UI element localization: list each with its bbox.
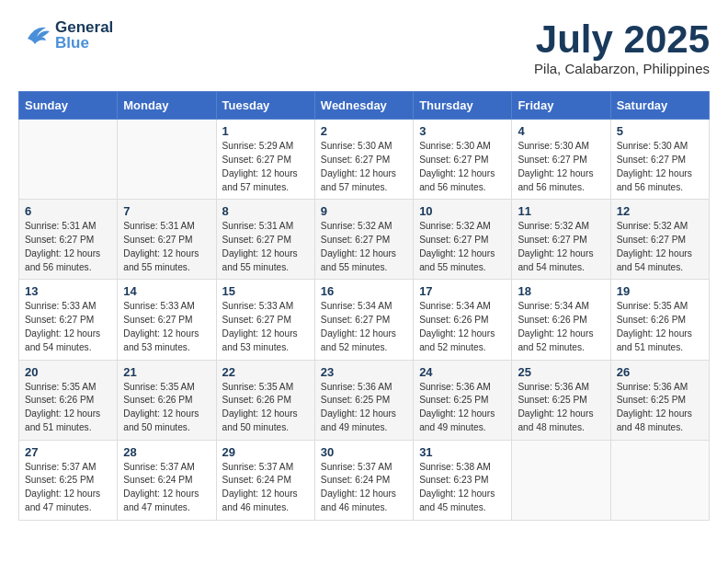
day-number: 20 bbox=[25, 365, 111, 379]
day-number: 13 bbox=[25, 284, 111, 298]
day-number: 19 bbox=[617, 284, 703, 298]
calendar-cell: 10Sunrise: 5:32 AM Sunset: 6:27 PM Dayli… bbox=[414, 200, 512, 280]
day-info: Sunrise: 5:35 AM Sunset: 6:26 PM Dayligh… bbox=[123, 381, 210, 435]
day-info: Sunrise: 5:33 AM Sunset: 6:27 PM Dayligh… bbox=[123, 300, 210, 354]
day-info: Sunrise: 5:30 AM Sunset: 6:27 PM Dayligh… bbox=[321, 140, 407, 194]
calendar-cell: 9Sunrise: 5:32 AM Sunset: 6:27 PM Daylig… bbox=[314, 200, 413, 280]
day-number: 4 bbox=[518, 124, 604, 138]
calendar-cell: 26Sunrise: 5:36 AM Sunset: 6:25 PM Dayli… bbox=[610, 360, 709, 440]
day-info: Sunrise: 5:33 AM Sunset: 6:27 PM Dayligh… bbox=[222, 300, 309, 354]
day-number: 26 bbox=[617, 365, 703, 379]
day-info: Sunrise: 5:38 AM Sunset: 6:23 PM Dayligh… bbox=[419, 461, 506, 515]
day-number: 18 bbox=[518, 284, 604, 298]
day-info: Sunrise: 5:33 AM Sunset: 6:27 PM Dayligh… bbox=[25, 300, 111, 354]
day-info: Sunrise: 5:34 AM Sunset: 6:26 PM Dayligh… bbox=[419, 300, 506, 354]
month-title: July 2025 bbox=[534, 18, 710, 61]
calendar-cell bbox=[118, 120, 216, 200]
page-header: General Blue July 2025 Pila, Calabarzon,… bbox=[18, 18, 710, 76]
day-number: 1 bbox=[222, 124, 309, 138]
day-info: Sunrise: 5:37 AM Sunset: 6:24 PM Dayligh… bbox=[321, 461, 407, 515]
day-number: 17 bbox=[419, 284, 506, 298]
day-number: 22 bbox=[222, 365, 309, 379]
calendar-cell: 4Sunrise: 5:30 AM Sunset: 6:27 PM Daylig… bbox=[512, 120, 610, 200]
day-info: Sunrise: 5:34 AM Sunset: 6:27 PM Dayligh… bbox=[321, 300, 407, 354]
calendar-cell: 5Sunrise: 5:30 AM Sunset: 6:27 PM Daylig… bbox=[610, 120, 709, 200]
weekday-header-sunday: Sunday bbox=[19, 92, 118, 120]
day-number: 5 bbox=[617, 124, 703, 138]
day-number: 10 bbox=[419, 204, 506, 218]
day-number: 28 bbox=[123, 445, 210, 459]
calendar-cell: 21Sunrise: 5:35 AM Sunset: 6:26 PM Dayli… bbox=[118, 360, 216, 440]
day-number: 23 bbox=[321, 365, 407, 379]
day-number: 21 bbox=[123, 365, 210, 379]
day-number: 9 bbox=[321, 204, 407, 218]
calendar-cell bbox=[610, 440, 709, 520]
calendar-cell: 20Sunrise: 5:35 AM Sunset: 6:26 PM Dayli… bbox=[19, 360, 118, 440]
day-info: Sunrise: 5:31 AM Sunset: 6:27 PM Dayligh… bbox=[222, 220, 309, 274]
day-info: Sunrise: 5:30 AM Sunset: 6:27 PM Dayligh… bbox=[518, 140, 604, 194]
day-info: Sunrise: 5:37 AM Sunset: 6:25 PM Dayligh… bbox=[25, 461, 111, 515]
day-number: 7 bbox=[123, 204, 210, 218]
calendar-cell: 29Sunrise: 5:37 AM Sunset: 6:24 PM Dayli… bbox=[216, 440, 314, 520]
calendar-cell: 6Sunrise: 5:31 AM Sunset: 6:27 PM Daylig… bbox=[19, 200, 118, 280]
calendar-cell: 31Sunrise: 5:38 AM Sunset: 6:23 PM Dayli… bbox=[414, 440, 512, 520]
day-number: 12 bbox=[617, 204, 703, 218]
day-number: 8 bbox=[222, 204, 309, 218]
day-info: Sunrise: 5:36 AM Sunset: 6:25 PM Dayligh… bbox=[419, 381, 506, 435]
day-info: Sunrise: 5:35 AM Sunset: 6:26 PM Dayligh… bbox=[222, 381, 309, 435]
calendar-cell: 2Sunrise: 5:30 AM Sunset: 6:27 PM Daylig… bbox=[314, 120, 413, 200]
week-row-2: 6Sunrise: 5:31 AM Sunset: 6:27 PM Daylig… bbox=[19, 200, 710, 280]
calendar-cell: 28Sunrise: 5:37 AM Sunset: 6:24 PM Dayli… bbox=[118, 440, 216, 520]
calendar-cell: 18Sunrise: 5:34 AM Sunset: 6:26 PM Dayli… bbox=[512, 280, 610, 360]
calendar-cell: 25Sunrise: 5:36 AM Sunset: 6:25 PM Dayli… bbox=[512, 360, 610, 440]
day-number: 3 bbox=[419, 124, 506, 138]
day-number: 25 bbox=[518, 365, 604, 379]
day-info: Sunrise: 5:36 AM Sunset: 6:25 PM Dayligh… bbox=[518, 381, 604, 435]
day-number: 27 bbox=[25, 445, 111, 459]
day-info: Sunrise: 5:35 AM Sunset: 6:26 PM Dayligh… bbox=[617, 300, 703, 354]
calendar-cell: 15Sunrise: 5:33 AM Sunset: 6:27 PM Dayli… bbox=[216, 280, 314, 360]
day-number: 11 bbox=[518, 204, 604, 218]
logo-blue: Blue bbox=[55, 35, 113, 51]
calendar-table: SundayMondayTuesdayWednesdayThursdayFrid… bbox=[18, 91, 710, 521]
day-info: Sunrise: 5:37 AM Sunset: 6:24 PM Dayligh… bbox=[222, 461, 309, 515]
weekday-header-tuesday: Tuesday bbox=[216, 92, 314, 120]
day-info: Sunrise: 5:32 AM Sunset: 6:27 PM Dayligh… bbox=[419, 220, 506, 274]
week-row-3: 13Sunrise: 5:33 AM Sunset: 6:27 PM Dayli… bbox=[19, 280, 710, 360]
week-row-5: 27Sunrise: 5:37 AM Sunset: 6:25 PM Dayli… bbox=[19, 440, 710, 520]
day-number: 16 bbox=[321, 284, 407, 298]
calendar-cell: 1Sunrise: 5:29 AM Sunset: 6:27 PM Daylig… bbox=[216, 120, 314, 200]
day-info: Sunrise: 5:36 AM Sunset: 6:25 PM Dayligh… bbox=[321, 381, 407, 435]
day-info: Sunrise: 5:31 AM Sunset: 6:27 PM Dayligh… bbox=[123, 220, 210, 274]
day-number: 15 bbox=[222, 284, 309, 298]
title-block: July 2025 Pila, Calabarzon, Philippines bbox=[534, 18, 710, 76]
calendar-cell: 3Sunrise: 5:30 AM Sunset: 6:27 PM Daylig… bbox=[414, 120, 512, 200]
day-info: Sunrise: 5:34 AM Sunset: 6:26 PM Dayligh… bbox=[518, 300, 604, 354]
day-number: 30 bbox=[321, 445, 407, 459]
day-number: 24 bbox=[419, 365, 506, 379]
calendar-cell: 16Sunrise: 5:34 AM Sunset: 6:27 PM Dayli… bbox=[314, 280, 413, 360]
weekday-header-row: SundayMondayTuesdayWednesdayThursdayFrid… bbox=[19, 92, 710, 120]
day-number: 29 bbox=[222, 445, 309, 459]
logo-text: General Blue bbox=[55, 19, 113, 51]
calendar-cell: 13Sunrise: 5:33 AM Sunset: 6:27 PM Dayli… bbox=[19, 280, 118, 360]
weekday-header-friday: Friday bbox=[512, 92, 610, 120]
calendar-cell bbox=[19, 120, 118, 200]
day-info: Sunrise: 5:37 AM Sunset: 6:24 PM Dayligh… bbox=[123, 461, 210, 515]
weekday-header-wednesday: Wednesday bbox=[314, 92, 413, 120]
week-row-4: 20Sunrise: 5:35 AM Sunset: 6:26 PM Dayli… bbox=[19, 360, 710, 440]
calendar-cell: 17Sunrise: 5:34 AM Sunset: 6:26 PM Dayli… bbox=[414, 280, 512, 360]
calendar-cell: 22Sunrise: 5:35 AM Sunset: 6:26 PM Dayli… bbox=[216, 360, 314, 440]
calendar-cell: 24Sunrise: 5:36 AM Sunset: 6:25 PM Dayli… bbox=[414, 360, 512, 440]
calendar-cell: 7Sunrise: 5:31 AM Sunset: 6:27 PM Daylig… bbox=[118, 200, 216, 280]
logo-bird-icon bbox=[18, 18, 51, 52]
calendar-cell: 11Sunrise: 5:32 AM Sunset: 6:27 PM Dayli… bbox=[512, 200, 610, 280]
weekday-header-saturday: Saturday bbox=[610, 92, 709, 120]
calendar-cell: 27Sunrise: 5:37 AM Sunset: 6:25 PM Dayli… bbox=[19, 440, 118, 520]
calendar-cell: 30Sunrise: 5:37 AM Sunset: 6:24 PM Dayli… bbox=[314, 440, 413, 520]
day-info: Sunrise: 5:35 AM Sunset: 6:26 PM Dayligh… bbox=[25, 381, 111, 435]
day-info: Sunrise: 5:36 AM Sunset: 6:25 PM Dayligh… bbox=[617, 381, 703, 435]
day-info: Sunrise: 5:30 AM Sunset: 6:27 PM Dayligh… bbox=[617, 140, 703, 194]
calendar-cell: 8Sunrise: 5:31 AM Sunset: 6:27 PM Daylig… bbox=[216, 200, 314, 280]
logo-general: General bbox=[55, 19, 113, 35]
